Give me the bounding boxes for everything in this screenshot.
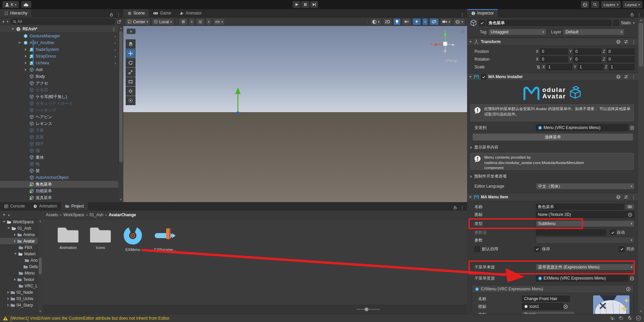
tab-inspector[interactable]: Inspector (467, 9, 498, 17)
inspector-scrollbar[interactable]: ▲ ▼ (638, 18, 644, 314)
more-menu-icon[interactable]: ⋮ (632, 195, 636, 200)
submenu-source-dropdown[interactable]: 菜单资源文件 (Expressions Menu) ▾ (536, 264, 635, 270)
select-menu-button[interactable]: 选择菜单 (472, 133, 633, 141)
hierarchy-item[interactable]: 髪 (0, 167, 119, 174)
tab-animator[interactable]: Animator (175, 9, 206, 17)
scale-y-field[interactable] (578, 64, 604, 70)
orientation-gizmo[interactable]: y x (429, 28, 459, 58)
static-dropdown-icon[interactable]: ▾ (633, 21, 635, 25)
hierarchy-item[interactable]: セキュリティカード (0, 100, 119, 107)
auto-checkbox[interactable] (610, 230, 615, 235)
asset-exparams[interactable]: EXParame... (152, 226, 179, 252)
play-button[interactable] (293, 1, 301, 8)
rotation-x-field[interactable] (540, 56, 568, 62)
chevron-right-icon[interactable]: › (115, 40, 116, 45)
effects-toggle[interactable] (412, 18, 421, 25)
breadcrumb-item[interactable]: AvatarChange (109, 213, 136, 217)
step-button[interactable] (310, 1, 318, 8)
breadcrumb-item[interactable]: WorkSpace (63, 213, 84, 217)
scroll-down-icon[interactable]: ▼ (119, 198, 123, 201)
scene-lock-icon[interactable] (460, 29, 465, 34)
position-x-field[interactable] (540, 49, 568, 55)
hierarchy-scrollbar[interactable]: ▲ ▼ (118, 26, 123, 202)
foldout-open-icon[interactable] (469, 76, 472, 78)
hierarchy-item[interactable]: 功能菜单 (0, 188, 119, 194)
chevron-right-icon[interactable]: › (115, 47, 116, 52)
foldout-closed-icon[interactable] (25, 55, 27, 58)
breadcrumb-item[interactable]: 01_Ash (90, 213, 103, 217)
tree-item[interactable]: Menu (0, 270, 38, 276)
snap-increment-button[interactable] (196, 18, 205, 25)
tree-item-selected[interactable]: Avatar (0, 238, 38, 244)
default-checkbox[interactable] (474, 247, 480, 252)
preset-icon[interactable] (624, 39, 628, 44)
pause-button[interactable] (301, 1, 309, 8)
layers-dropdown[interactable]: Layers ▾ (601, 1, 621, 8)
more-menu-icon[interactable]: ⋮ (637, 12, 641, 17)
shading-mode-dropdown[interactable]: ▾ (370, 18, 382, 25)
more-menu-icon[interactable]: ⋮ (116, 12, 121, 17)
rect-tool-button[interactable] (126, 77, 135, 86)
view-tool-button[interactable] (126, 39, 135, 49)
scroll-up-icon[interactable]: ▲ (38, 220, 42, 223)
cloud-button[interactable] (21, 1, 31, 8)
orientation-dropdown[interactable]: Local▾ (152, 18, 174, 25)
chevron-right-icon[interactable]: › (115, 61, 116, 66)
hierarchy-item[interactable]: AutoAnchorObject (0, 174, 119, 181)
editor-language-dropdown[interactable]: 中文（简体） ▾ (536, 183, 635, 190)
chevron-down-icon[interactable]: ▾ (7, 20, 8, 23)
preset-icon[interactable] (624, 195, 628, 199)
2d-toggle[interactable]: 2D (383, 18, 392, 25)
tree-item[interactable]: Materi (0, 251, 38, 257)
ma-menu-item-header[interactable]: MA Menu Item ? ⋮ (467, 193, 638, 201)
exmenu-icon-field[interactable]: icon1 (522, 303, 563, 310)
hierarchy-item[interactable]: 帽子 (0, 140, 119, 147)
hierarchy-item[interactable]: アクセ (0, 80, 119, 87)
tree-item[interactable]: 03_Uchiv (0, 295, 38, 302)
tree-item[interactable]: 01_Ash (0, 225, 38, 231)
object-name-field[interactable] (487, 20, 611, 26)
chevron-right-icon[interactable]: › (115, 54, 116, 59)
audio-toggle[interactable] (402, 18, 411, 25)
lighting-toggle[interactable] (393, 18, 401, 25)
foldout-closed-icon[interactable] (25, 68, 27, 71)
perspective-label[interactable]: ‹ Persp (444, 58, 457, 63)
tab-project[interactable]: Project (61, 202, 88, 210)
scene-viewport[interactable]: ≡ y x (123, 26, 467, 202)
more-menu-icon[interactable]: ⋮ (460, 12, 464, 17)
transform-header[interactable]: Transform ? ⋮ (467, 38, 638, 46)
hierarchy-item[interactable]: 尻尾 (0, 134, 119, 140)
create-button[interactable]: + (2, 19, 5, 24)
active-checkbox[interactable] (479, 20, 485, 26)
submenu-asset-object-field[interactable]: EXMenu (VRC Expressions Menu) (536, 275, 628, 282)
lock-icon[interactable] (109, 12, 114, 17)
notifications-muted-icon[interactable] (627, 315, 633, 321)
tab-hierarchy[interactable]: Hierarchy (0, 9, 31, 17)
icon-size-slider[interactable] (357, 309, 380, 310)
hierarchy-item[interactable]: GestureManager› (0, 33, 119, 39)
object-picker-icon[interactable] (630, 125, 635, 130)
hierarchy-item[interactable]: 服 (0, 147, 119, 154)
menu-item-name-field[interactable] (536, 204, 624, 210)
scroll-up-icon[interactable]: ▲ (119, 27, 123, 30)
transform-tool-button[interactable] (126, 87, 135, 96)
exmenu-name-field[interactable] (522, 296, 570, 302)
move-tool-button[interactable] (126, 49, 135, 58)
open-search-window-icon[interactable] (117, 20, 121, 24)
show-menu-contents-foldout[interactable]: 显示菜单内容 (470, 144, 638, 150)
scene-root-row[interactable]: REAsh* ⋮ (0, 26, 119, 33)
hierarchy-item[interactable]: Body (0, 73, 119, 80)
link-name-button[interactable] (625, 204, 635, 210)
camera-settings-dropdown[interactable]: ▾ (440, 18, 452, 25)
hierarchy-item[interactable]: Uchiwa› (0, 60, 119, 66)
static-checkbox[interactable] (613, 20, 619, 26)
exmenu-type-dropdown[interactable]: Toggle ▾ (522, 311, 575, 314)
create-asset-button[interactable]: + (3, 212, 5, 217)
scale-x-field[interactable] (546, 64, 572, 70)
hierarchy-item[interactable]: 道具菜单 (0, 194, 119, 201)
tab-scene[interactable]: Scene (123, 9, 149, 17)
asset-folder[interactable]: Animation (55, 226, 82, 252)
gizmos-dropdown[interactable]: ▾ (453, 18, 465, 25)
foldout-closed-icon[interactable] (25, 48, 27, 51)
install-to-object-field[interactable]: Menu (VRC Expressions Menu) (536, 124, 628, 131)
